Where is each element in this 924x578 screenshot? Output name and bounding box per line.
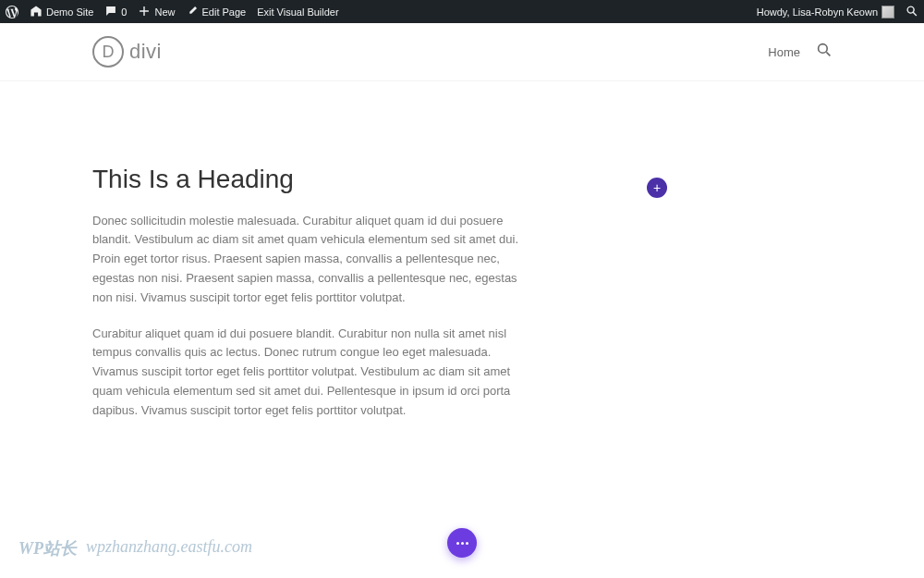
page-content: This Is a Heading Donec sollicitudin mol… [0, 80, 924, 421]
text-module[interactable]: This Is a Heading Donec sollicitudin mol… [92, 164, 529, 421]
home-icon [30, 5, 43, 19]
greeting-text: Howdy, Lisa-Robyn Keown [757, 6, 878, 18]
exit-builder-link[interactable]: Exit Visual Builder [257, 6, 338, 18]
site-header: D divi Home [0, 23, 924, 80]
paragraph-2: Curabitur aliquet quam id dui posuere bl… [92, 325, 529, 421]
exit-builder-label: Exit Visual Builder [257, 6, 338, 18]
paragraph-1: Donec sollicitudin molestie malesuada. C… [92, 212, 529, 308]
comments-menu[interactable]: 0 [104, 5, 127, 19]
wordpress-icon [6, 6, 18, 18]
comment-icon [104, 5, 117, 19]
user-account-menu[interactable]: Howdy, Lisa-Robyn Keown [757, 6, 894, 18]
admin-bar-left: Demo Site 0 New Edit Page Exit Visual Bu… [6, 5, 339, 19]
logo-text: divi [129, 40, 162, 64]
admin-search[interactable] [906, 5, 918, 19]
header-search[interactable] [817, 43, 832, 61]
site-logo[interactable]: D divi [92, 36, 162, 68]
wp-logo-menu[interactable] [6, 6, 18, 18]
logo-mark: D [92, 36, 124, 68]
nav-home[interactable]: Home [768, 45, 800, 59]
primary-nav: Home [768, 43, 832, 61]
watermark-text-2: wpzhanzhang.eastfu.com [86, 537, 252, 560]
comments-count: 0 [121, 6, 127, 18]
plus-icon: + [653, 181, 661, 194]
avatar [881, 6, 894, 18]
pencil-icon [187, 5, 199, 18]
wp-admin-bar: Demo Site 0 New Edit Page Exit Visual Bu… [0, 0, 924, 23]
new-content-menu[interactable]: New [138, 5, 175, 19]
page-settings-fab[interactable] [447, 528, 477, 558]
add-section-button[interactable]: + [647, 178, 667, 198]
edit-page-link[interactable]: Edit Page [187, 5, 247, 18]
admin-bar-right: Howdy, Lisa-Robyn Keown [757, 5, 918, 19]
svg-point-0 [819, 44, 828, 54]
watermark: WP站长 wpzhanzhang.eastfu.com [18, 537, 252, 560]
watermark-text-1: WP站长 [18, 537, 77, 560]
new-label: New [154, 6, 175, 18]
site-name-menu[interactable]: Demo Site [30, 5, 93, 19]
dots-icon [456, 542, 468, 545]
page-heading: This Is a Heading [92, 164, 529, 195]
site-name: Demo Site [46, 6, 93, 18]
search-icon [906, 5, 918, 19]
plus-icon [138, 5, 151, 19]
edit-page-label: Edit Page [202, 6, 247, 18]
